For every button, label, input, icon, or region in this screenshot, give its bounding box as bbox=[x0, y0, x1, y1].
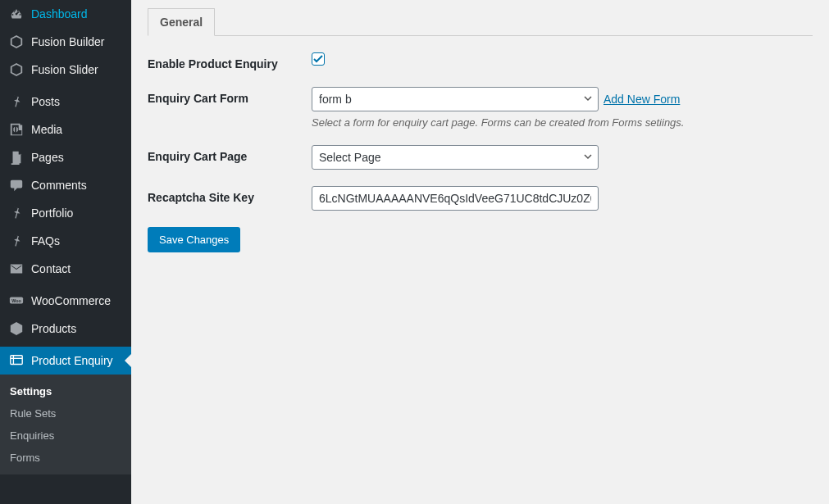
label-cart-form: Enquiry Cart Form bbox=[148, 87, 312, 105]
label-cart-page: Enquiry Cart Page bbox=[148, 145, 312, 163]
woo-icon: Woo bbox=[8, 293, 25, 308]
svg-text:Woo: Woo bbox=[11, 298, 21, 303]
sidebar-item-fusion-builder[interactable]: Fusion Builder bbox=[0, 28, 131, 56]
row-cart-form: Enquiry Cart Form form b Add New Form Se… bbox=[148, 87, 813, 129]
save-changes-button[interactable]: Save Changes bbox=[148, 227, 240, 252]
sidebar-item-portfolio[interactable]: Portfolio bbox=[0, 199, 131, 227]
enquiry-icon bbox=[8, 353, 25, 368]
recaptcha-input[interactable] bbox=[312, 186, 599, 211]
sidebar-item-contact[interactable]: Contact bbox=[0, 255, 131, 283]
sidebar-item-label: Dashboard bbox=[31, 7, 88, 20]
sidebar-item-label: Fusion Builder bbox=[31, 35, 105, 48]
sidebar-item-products[interactable]: Products bbox=[0, 315, 131, 343]
pages-icon bbox=[8, 150, 25, 165]
sidebar-item-label: Contact bbox=[31, 262, 71, 275]
sidebar-item-label: Posts bbox=[31, 95, 60, 108]
sidebar-item-label: Pages bbox=[31, 151, 64, 164]
chevron-down-icon bbox=[583, 151, 593, 164]
pin-icon bbox=[8, 234, 25, 248]
submenu-item-rule-sets[interactable]: Rule Sets bbox=[0, 402, 131, 425]
sidebar-item-woocommerce[interactable]: Woo WooCommerce bbox=[0, 287, 131, 315]
submenu-item-forms[interactable]: Forms bbox=[0, 447, 131, 469]
chevron-down-icon bbox=[583, 93, 593, 106]
admin-sidebar: Dashboard Fusion Builder Fusion Slider P… bbox=[0, 0, 131, 504]
sidebar-item-product-enquiry[interactable]: Product Enquiry bbox=[0, 347, 131, 375]
sidebar-item-label: Fusion Slider bbox=[31, 63, 98, 76]
pin-icon bbox=[8, 206, 25, 220]
fusion-icon bbox=[8, 62, 25, 77]
sidebar-item-fusion-slider[interactable]: Fusion Slider bbox=[0, 56, 131, 84]
sidebar-item-label: Products bbox=[31, 322, 76, 335]
sidebar-item-label: Media bbox=[31, 123, 62, 136]
row-cart-page: Enquiry Cart Page Select Page bbox=[148, 145, 813, 170]
sidebar-item-label: FAQs bbox=[31, 234, 60, 247]
sidebar-item-posts[interactable]: Posts bbox=[0, 88, 131, 116]
sidebar-item-pages[interactable]: Pages bbox=[0, 143, 131, 171]
cart-form-value: form b bbox=[319, 93, 352, 106]
cart-form-select[interactable]: form b bbox=[312, 87, 599, 111]
sidebar-item-label: WooCommerce bbox=[31, 294, 111, 307]
submenu-item-enquiries[interactable]: Enquiries bbox=[0, 425, 131, 447]
label-enable-enquiry: Enable Product Enquiry bbox=[148, 52, 312, 70]
dashboard-icon bbox=[8, 7, 25, 21]
sidebar-item-dashboard[interactable]: Dashboard bbox=[0, 0, 131, 28]
row-recaptcha: Recaptcha Site Key bbox=[148, 186, 813, 211]
products-icon bbox=[8, 321, 25, 336]
tab-general[interactable]: General bbox=[148, 8, 215, 36]
tab-bar: General bbox=[148, 8, 813, 36]
sidebar-item-label: Comments bbox=[31, 179, 87, 192]
settings-form: Enable Product Enquiry Enquiry Cart Form… bbox=[148, 52, 813, 252]
comment-icon bbox=[8, 178, 25, 193]
sidebar-submenu: Settings Rule Sets Enquiries Forms bbox=[0, 375, 131, 474]
add-new-form-link[interactable]: Add New Form bbox=[604, 93, 680, 106]
sidebar-item-label: Product Enquiry bbox=[31, 354, 113, 367]
cart-page-select[interactable]: Select Page bbox=[312, 145, 599, 170]
fusion-icon bbox=[8, 34, 25, 49]
submenu-item-settings[interactable]: Settings bbox=[0, 380, 131, 402]
sidebar-item-media[interactable]: Media bbox=[0, 116, 131, 143]
svg-rect-2 bbox=[11, 356, 22, 365]
sidebar-item-label: Portfolio bbox=[31, 207, 73, 220]
cart-page-value: Select Page bbox=[319, 151, 381, 164]
pin-icon bbox=[8, 94, 25, 109]
sidebar-item-comments[interactable]: Comments bbox=[0, 171, 131, 199]
row-enable-enquiry: Enable Product Enquiry bbox=[148, 52, 813, 70]
label-recaptcha: Recaptcha Site Key bbox=[148, 186, 312, 204]
cart-form-description: Select a form for enquiry cart page. For… bbox=[312, 116, 684, 129]
mail-icon bbox=[8, 261, 25, 276]
sidebar-item-faqs[interactable]: FAQs bbox=[0, 227, 131, 255]
main-content: General Enable Product Enquiry Enquiry C… bbox=[131, 0, 829, 504]
media-icon bbox=[8, 122, 25, 137]
enable-enquiry-checkbox[interactable] bbox=[312, 52, 325, 66]
